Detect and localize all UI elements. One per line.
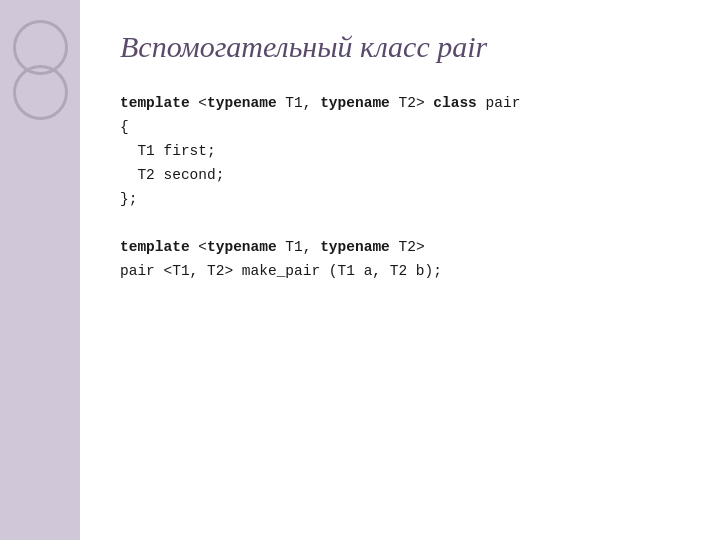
code-block-1: template <typename T1, typename T2> clas… bbox=[120, 92, 680, 212]
sidebar-decoration-2 bbox=[13, 65, 68, 120]
code-line-6: template <typename T1, typename T2> bbox=[120, 236, 680, 260]
keyword-typename-2: typename bbox=[320, 95, 390, 111]
keyword-typename-4: typename bbox=[320, 239, 390, 255]
keyword-typename-1: typename bbox=[207, 95, 277, 111]
keyword-template-1: template bbox=[120, 95, 190, 111]
code-line-7: pair <T1, T2> make_pair (T1 a, T2 b); bbox=[120, 260, 680, 284]
keyword-typename-3: typename bbox=[207, 239, 277, 255]
code-line-5: }; bbox=[120, 188, 680, 212]
main-content: Вспомогательный класс pair template <typ… bbox=[80, 0, 720, 540]
slide-title: Вспомогательный класс pair bbox=[120, 30, 680, 64]
code-line-1: template <typename T1, typename T2> clas… bbox=[120, 92, 680, 116]
code-line-3: T1 first; bbox=[120, 140, 680, 164]
code-line-4: T2 second; bbox=[120, 164, 680, 188]
code-block-2: template <typename T1, typename T2> pair… bbox=[120, 236, 680, 284]
sidebar bbox=[0, 0, 80, 540]
keyword-class: class bbox=[433, 95, 477, 111]
code-line-2: { bbox=[120, 116, 680, 140]
keyword-template-2: template bbox=[120, 239, 190, 255]
